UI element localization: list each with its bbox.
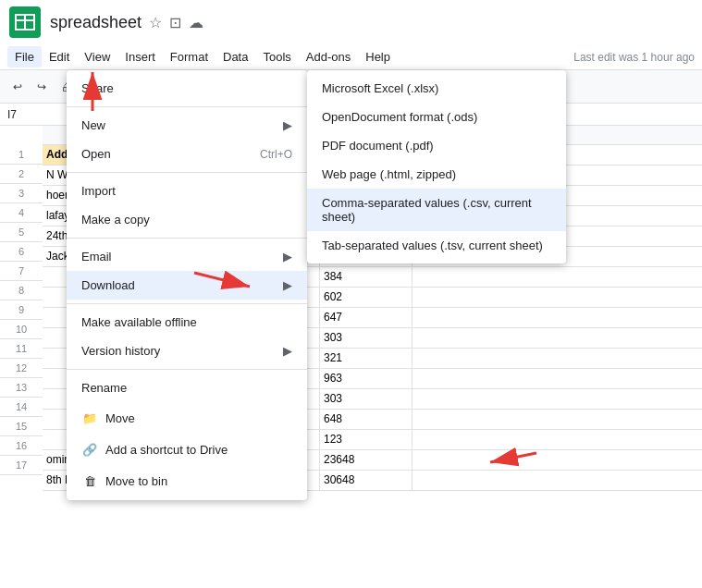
row-num-16: 16 (0, 436, 43, 456)
download-arrow: ▶ (283, 278, 292, 292)
menu-format[interactable]: Format (163, 46, 216, 67)
row-num-4: 4 (0, 203, 43, 223)
cell-f7[interactable]: 384 (320, 267, 413, 287)
cell-f16[interactable]: 23648 (320, 450, 413, 470)
cloud-icon[interactable]: ☁ (189, 14, 203, 31)
row-num-14: 14 (0, 398, 43, 417)
file-menu-copy[interactable]: Make a copy (67, 205, 307, 234)
sheets-icon (15, 14, 35, 31)
row-num-9: 9 (0, 300, 43, 320)
move-label: Move (105, 411, 135, 425)
row-num-2: 2 (0, 165, 43, 184)
import-label: Import (81, 184, 116, 198)
menu-divider-4 (67, 303, 307, 304)
tsv-label: Tab-separated values (.tsv, current shee… (322, 239, 543, 252)
cell-f9[interactable]: 647 (320, 308, 413, 327)
menu-divider-1 (67, 106, 307, 107)
document-title[interactable]: spreadsheet (50, 13, 142, 32)
menu-divider-2 (67, 172, 307, 173)
redo-btn[interactable]: ↪ (31, 79, 52, 95)
row-num-6: 6 (0, 242, 43, 262)
xlsx-label: Microsoft Excel (.xlsx) (322, 81, 438, 95)
csv-label: Comma-separated values (.csv, current sh… (322, 196, 532, 224)
cell-ref-box[interactable]: I7 (0, 106, 74, 123)
row-num-13: 13 (0, 378, 43, 398)
menu-edit[interactable]: Edit (42, 46, 77, 67)
row-num-8: 8 (0, 281, 43, 300)
last-edit: Last edit was 1 hour ago (573, 51, 695, 64)
title-bar: spreadsheet ☆ ⊡ ☁ (0, 0, 702, 44)
file-menu-email[interactable]: Email ▶ (67, 242, 307, 271)
row-num-17: 17 (0, 456, 43, 475)
download-xlsx[interactable]: Microsoft Excel (.xlsx) (307, 74, 566, 103)
cell-f11[interactable]: 321 (320, 349, 413, 368)
cell-f17[interactable]: 30648 (320, 471, 413, 490)
download-submenu: Microsoft Excel (.xlsx) OpenDocument for… (307, 70, 566, 263)
download-ods[interactable]: OpenDocument format (.ods) (307, 103, 566, 131)
html-label: Web page (.html, zipped) (322, 167, 456, 181)
cell-f8[interactable]: 602 (320, 288, 413, 307)
file-menu-rename[interactable]: Rename (67, 374, 307, 402)
cell-f12[interactable]: 963 (320, 369, 413, 388)
file-menu: Share New ▶ Open Ctrl+O Import Make a co… (67, 70, 307, 500)
cell-f15[interactable]: 123 (320, 430, 413, 449)
row-num-5: 5 (0, 223, 43, 242)
bin-label: Move to bin (105, 474, 167, 488)
menu-divider-3 (67, 238, 307, 239)
row-num-1: 1 (0, 145, 43, 165)
download-html[interactable]: Web page (.html, zipped) (307, 160, 566, 189)
cell-f13[interactable]: 303 (320, 389, 413, 409)
row-num-15: 15 (0, 417, 43, 436)
download-pdf[interactable]: PDF document (.pdf) (307, 131, 566, 160)
undo-btn[interactable]: ↩ (7, 79, 28, 95)
download-tsv[interactable]: Tab-separated values (.tsv, current shee… (307, 231, 566, 260)
bookmark-icon[interactable]: ⊡ (169, 14, 181, 31)
file-menu-download[interactable]: Download ▶ (67, 271, 307, 300)
history-arrow: ▶ (283, 344, 292, 358)
file-menu-bin[interactable]: 🗑 Move to bin (67, 465, 307, 496)
menu-view[interactable]: View (77, 46, 117, 67)
menu-data[interactable]: Data (216, 46, 255, 67)
star-icon[interactable]: ☆ (149, 14, 162, 31)
row-num-3: 3 (0, 184, 43, 203)
file-menu-open[interactable]: Open Ctrl+O (67, 140, 307, 168)
cell-f10[interactable]: 303 (320, 328, 413, 348)
pdf-label: PDF document (.pdf) (322, 139, 434, 153)
email-arrow: ▶ (283, 250, 292, 263)
menu-divider-5 (67, 369, 307, 370)
title-icons: ☆ ⊡ ☁ (149, 14, 203, 31)
file-menu-import[interactable]: Import (67, 177, 307, 205)
file-menu-history[interactable]: Version history ▶ (67, 337, 307, 365)
new-label: New (81, 118, 105, 132)
download-csv[interactable]: Comma-separated values (.csv, current sh… (307, 189, 566, 231)
open-label: Open (81, 147, 111, 161)
share-label: Share (81, 81, 114, 95)
menu-addons[interactable]: Add-ons (299, 46, 358, 67)
file-menu-shortcut[interactable]: 🔗 Add a shortcut to Drive (67, 434, 307, 465)
menu-file[interactable]: File (7, 46, 42, 67)
offline-label: Make available offline (81, 315, 197, 329)
shortcut-icon: 🔗 (81, 441, 98, 458)
row-num-11: 11 (0, 339, 43, 359)
row-num-12: 12 (0, 359, 43, 378)
new-arrow: ▶ (283, 118, 292, 132)
ods-label: OpenDocument format (.ods) (322, 110, 477, 124)
row-num-10: 10 (0, 320, 43, 339)
cell-f14[interactable]: 648 (320, 410, 413, 429)
download-label: Download (81, 278, 135, 292)
bin-icon: 🗑 (81, 472, 98, 489)
row-numbers: 1 2 3 4 5 6 7 8 9 10 11 12 13 14 15 16 1… (0, 145, 43, 491)
email-label: Email (81, 250, 112, 263)
file-menu-offline[interactable]: Make available offline (67, 308, 307, 337)
row-num-7: 7 (0, 262, 43, 281)
file-menu-share[interactable]: Share (67, 74, 307, 103)
menu-bar: File Edit View Insert Format Data Tools … (0, 44, 702, 70)
menu-help[interactable]: Help (358, 46, 398, 67)
file-menu-new[interactable]: New ▶ (67, 111, 307, 140)
file-menu-move[interactable]: 📁 Move (67, 402, 307, 434)
shortcut-label: Add a shortcut to Drive (105, 443, 228, 457)
history-label: Version history (81, 344, 160, 358)
menu-insert[interactable]: Insert (117, 46, 163, 67)
menu-tools[interactable]: Tools (255, 46, 298, 67)
copy-label: Make a copy (81, 213, 150, 227)
